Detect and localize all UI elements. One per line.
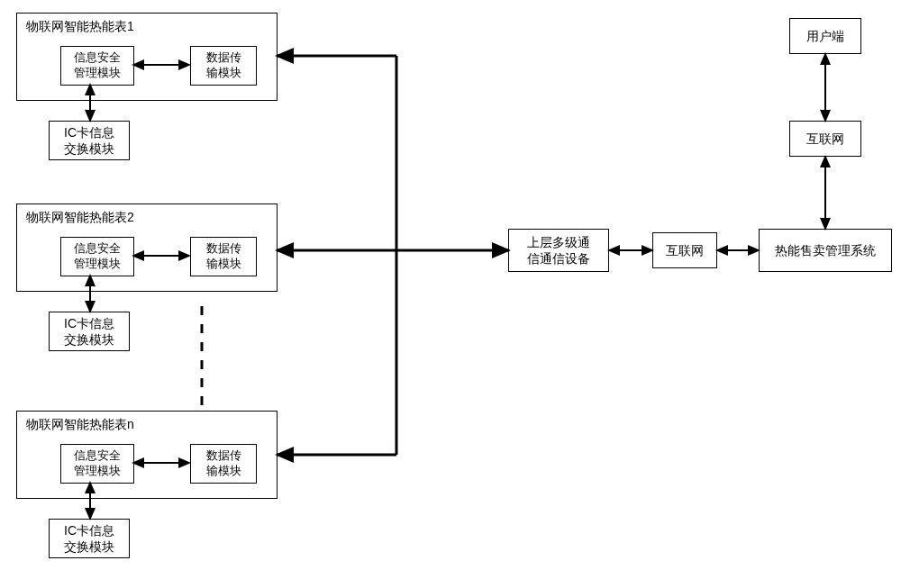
diagram-connectors [0,0,901,588]
